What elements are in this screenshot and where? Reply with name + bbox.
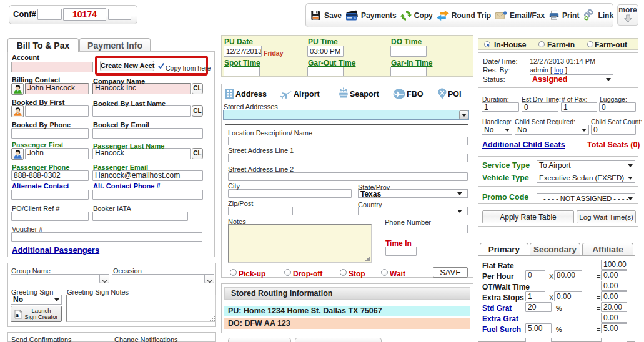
svg-text:a: a xyxy=(16,310,19,318)
